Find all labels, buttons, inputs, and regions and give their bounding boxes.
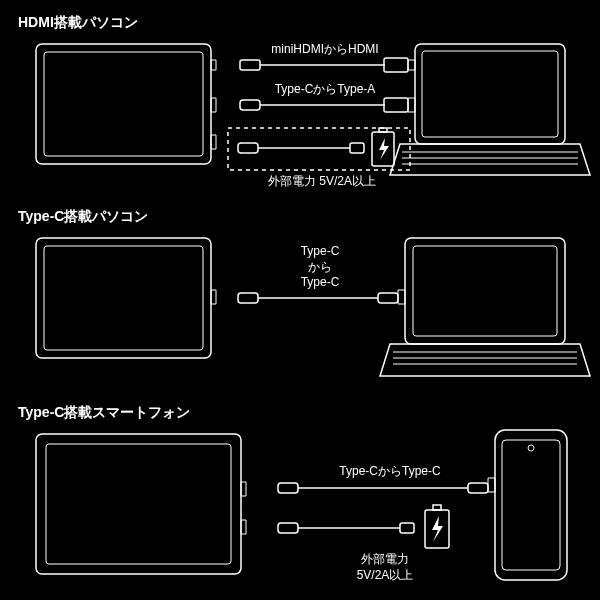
svg-rect-34 xyxy=(378,293,398,303)
svg-rect-23 xyxy=(36,238,211,358)
s3-cable-label: Type-CからType-C xyxy=(320,464,460,480)
svg-rect-36 xyxy=(46,444,231,564)
svg-rect-24 xyxy=(44,246,203,350)
monitor-3 xyxy=(36,434,246,574)
svg-rect-50 xyxy=(433,505,441,510)
svg-rect-0 xyxy=(36,44,211,164)
cable-typec-typea xyxy=(240,98,408,112)
section1-title: HDMI搭載パソコン xyxy=(18,14,138,32)
svg-rect-16 xyxy=(240,100,260,110)
cable-power-1 xyxy=(238,143,364,153)
cable-power-2 xyxy=(278,523,414,533)
svg-rect-17 xyxy=(384,98,408,112)
svg-rect-13 xyxy=(240,60,260,70)
svg-rect-19 xyxy=(238,143,258,153)
section2-title: Type-C搭載パソコン xyxy=(18,208,148,226)
laptop-2 xyxy=(380,238,590,376)
svg-rect-11 xyxy=(408,98,415,112)
svg-rect-1 xyxy=(44,52,203,156)
cable-typec-typec-2 xyxy=(278,483,488,493)
battery-icon-2 xyxy=(425,505,449,548)
smartphone xyxy=(488,430,567,580)
svg-rect-39 xyxy=(495,430,567,580)
svg-rect-22 xyxy=(379,128,387,132)
svg-rect-20 xyxy=(350,143,364,153)
svg-rect-33 xyxy=(238,293,258,303)
laptop-1 xyxy=(390,44,590,175)
s2-cable-label: Type-C から Type-C xyxy=(290,244,350,291)
svg-rect-44 xyxy=(278,483,298,493)
cable-typec-typec-1 xyxy=(238,293,398,303)
s3-power-label: 外部電力 5V/2A以上 xyxy=(340,552,430,583)
s1-power-label: 外部電力 5V/2A以上 xyxy=(242,174,402,190)
svg-point-41 xyxy=(528,445,534,451)
svg-rect-45 xyxy=(468,483,488,493)
section3-title: Type-C搭載スマートフォン xyxy=(18,404,190,422)
svg-rect-26 xyxy=(405,238,565,344)
battery-icon-1 xyxy=(372,128,394,166)
svg-rect-31 xyxy=(398,290,405,304)
svg-rect-6 xyxy=(422,51,558,137)
svg-rect-14 xyxy=(384,58,408,72)
monitor-1 xyxy=(36,44,216,164)
svg-rect-42 xyxy=(488,478,495,492)
svg-rect-35 xyxy=(36,434,241,574)
svg-rect-10 xyxy=(408,60,415,70)
cable-minihdmi xyxy=(240,58,408,72)
svg-rect-5 xyxy=(415,44,565,144)
s1-cable2-label: Type-CからType-A xyxy=(260,82,390,98)
svg-rect-40 xyxy=(502,440,560,570)
monitor-2 xyxy=(36,238,216,358)
svg-rect-47 xyxy=(278,523,298,533)
svg-rect-48 xyxy=(400,523,414,533)
svg-rect-27 xyxy=(413,246,557,336)
s1-cable1-label: miniHDMIからHDMI xyxy=(255,42,395,58)
